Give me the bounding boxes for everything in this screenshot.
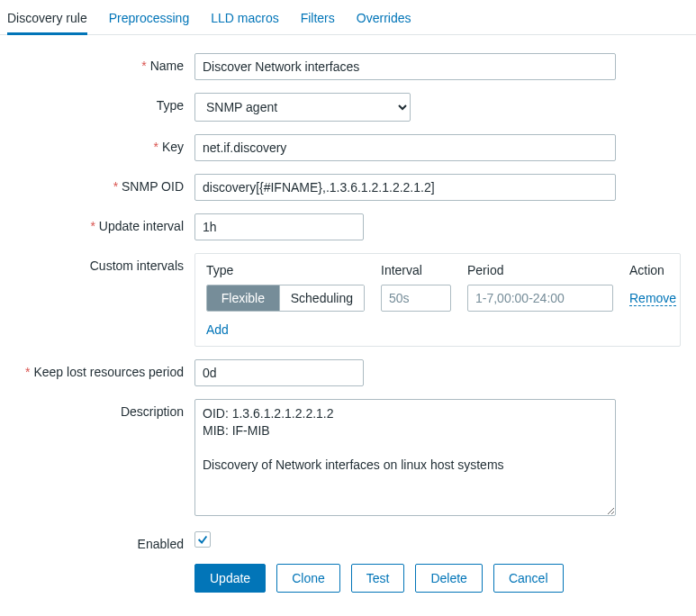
ci-period-input[interactable] — [467, 285, 613, 312]
ci-type-segment: Flexible Scheduling — [206, 285, 365, 312]
ci-remove-link[interactable]: Remove — [629, 291, 676, 306]
cancel-button[interactable]: Cancel — [493, 564, 564, 593]
snmp-oid-input[interactable] — [194, 174, 616, 201]
check-icon — [196, 533, 209, 546]
ci-type-flexible[interactable]: Flexible — [207, 285, 279, 311]
label-enabled: Enabled — [138, 537, 184, 551]
label-update-interval: Update interval — [90, 219, 184, 233]
ci-head-interval: Interval — [381, 263, 451, 277]
label-custom-intervals: Custom intervals — [90, 258, 184, 273]
tab-overrides[interactable]: Overrides — [357, 11, 411, 34]
tab-lld-macros[interactable]: LLD macros — [211, 11, 278, 34]
keep-lost-input[interactable] — [194, 359, 364, 386]
action-buttons: Update Clone Test Delete Cancel — [194, 564, 682, 593]
update-button[interactable]: Update — [194, 564, 266, 593]
ci-interval-input[interactable] — [381, 285, 451, 312]
label-description: Description — [121, 404, 184, 419]
custom-intervals-box: Type Interval Period Action Flexible Sch… — [194, 253, 681, 347]
test-button[interactable]: Test — [351, 564, 405, 593]
tab-discovery-rule[interactable]: Discovery rule — [7, 11, 87, 35]
ci-add-link[interactable]: Add — [206, 322, 229, 337]
label-key: Key — [154, 140, 184, 154]
discovery-rule-form: Name Type SNMP agent Key SNMP OID Update… — [0, 35, 696, 616]
ci-row: Flexible Scheduling Remove — [206, 285, 669, 312]
ci-head-type: Type — [206, 263, 365, 277]
name-input[interactable] — [194, 53, 616, 80]
update-interval-input[interactable] — [194, 213, 364, 240]
key-input[interactable] — [194, 134, 616, 161]
tabs-bar: Discovery rule Preprocessing LLD macros … — [0, 0, 696, 35]
ci-head-action: Action — [629, 263, 669, 277]
tab-preprocessing[interactable]: Preprocessing — [109, 11, 190, 34]
clone-button[interactable]: Clone — [276, 564, 340, 593]
label-name: Name — [141, 59, 184, 73]
ci-type-scheduling[interactable]: Scheduling — [279, 285, 364, 311]
ci-head-period: Period — [467, 263, 613, 277]
label-keep-lost: Keep lost resources period — [25, 365, 184, 379]
tab-filters[interactable]: Filters — [301, 11, 335, 34]
description-textarea[interactable]: OID: 1.3.6.1.2.1.2.2.1.2 MIB: IF-MIB Dis… — [194, 399, 616, 516]
enabled-checkbox[interactable] — [194, 531, 211, 548]
label-snmp-oid: SNMP OID — [113, 179, 184, 194]
label-type: Type — [157, 98, 184, 113]
delete-button[interactable]: Delete — [415, 564, 482, 593]
type-select[interactable]: SNMP agent — [194, 93, 411, 122]
